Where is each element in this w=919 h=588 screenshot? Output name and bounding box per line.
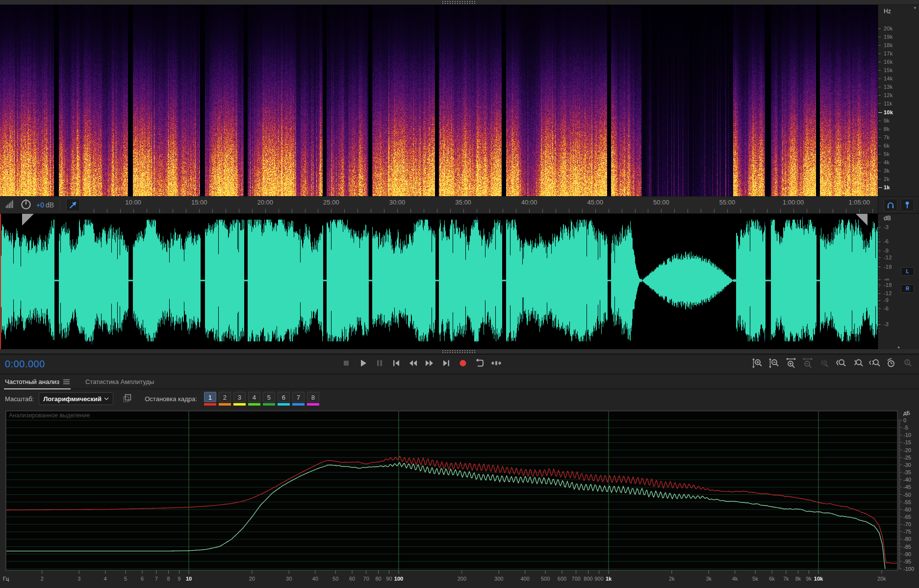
timeline-tick <box>740 209 741 213</box>
hz-tick <box>878 103 881 104</box>
amplitude-ruler[interactable]: dB -3-6-9-12-18-∞-18-12-9-6-3 L R ▴ <box>878 214 919 349</box>
plot-hz-label: 6 <box>141 576 144 582</box>
zoom-to-out-point-button[interactable] <box>851 358 864 371</box>
hold-frame-4-button[interactable]: 4 <box>248 392 260 406</box>
hz-tick-label: 8k <box>884 126 890 132</box>
zoom-to-in-point-button[interactable] <box>834 358 847 371</box>
record-button[interactable] <box>456 358 469 371</box>
clock-icon[interactable] <box>20 198 32 212</box>
zoom-full-icon <box>902 357 914 371</box>
zoom-in-time-button[interactable] <box>784 358 797 371</box>
db-minor-tick <box>878 256 880 256</box>
spectrogram-canvas[interactable] <box>0 5 878 196</box>
timeline-tick <box>622 209 622 213</box>
hold-frame-1-button[interactable]: 1 <box>204 392 216 406</box>
panel-menu-icon[interactable] <box>63 379 70 384</box>
timeline-tick <box>516 209 516 213</box>
hold-frame-3-button[interactable]: 3 <box>233 392 246 406</box>
timeline-tick <box>437 209 437 213</box>
zoom-to-selection-button[interactable] <box>868 358 881 371</box>
hz-tick-label: 14k <box>884 76 893 81</box>
hold-frame-2-button[interactable]: 2 <box>219 392 231 406</box>
hz-tick-label: 12k <box>884 92 893 98</box>
resize-handle-left[interactable] <box>22 214 34 226</box>
timeline-tick <box>780 209 781 213</box>
headphones-icon[interactable] <box>884 199 897 211</box>
timeline-tick <box>357 209 358 213</box>
resize-handle-right[interactable] <box>856 214 868 226</box>
zoom-out-amplitude-button[interactable] <box>767 358 781 371</box>
db-tick <box>878 251 881 251</box>
hold-frame-7-button[interactable]: 7 <box>292 392 305 406</box>
timeline-tick <box>542 209 543 213</box>
copy-settings-icon[interactable] <box>122 393 133 405</box>
channel-right-button[interactable]: R <box>901 284 914 293</box>
timeline-tick <box>199 209 200 213</box>
plot-db-label: -10 <box>903 432 911 438</box>
tab-frequency-analysis[interactable]: Частотный анализ <box>4 375 71 389</box>
db-tick <box>878 241 881 242</box>
panel-resize-grip-middle[interactable] <box>0 349 919 354</box>
hz-tick <box>878 62 881 62</box>
panel-resize-grip-top[interactable] <box>0 0 919 5</box>
tab-label: Частотный анализ <box>5 378 59 385</box>
db-tick-label: -18 <box>884 264 892 270</box>
gain-unit: dB <box>46 201 54 209</box>
hz-tick-label: 16k <box>884 59 893 65</box>
db-tick-label: -18 <box>884 282 892 288</box>
zoom-full-button[interactable] <box>901 358 914 371</box>
zoom-in-amplitude-button[interactable] <box>751 358 764 371</box>
edit-cursor-pin-icon[interactable] <box>66 199 80 211</box>
channel-left-button[interactable]: L <box>901 267 914 276</box>
db-tick <box>878 285 881 285</box>
stop-icon <box>340 357 352 371</box>
plot-hz-label: 4 <box>104 576 107 582</box>
marker-pin-icon[interactable] <box>900 199 914 211</box>
zoom-reset-button[interactable] <box>817 358 831 371</box>
db-minor-tick <box>878 235 880 236</box>
zoom-out-amplitude-icon <box>768 357 780 371</box>
toolbar-divider <box>60 200 60 210</box>
rewind-button[interactable] <box>406 358 419 371</box>
playhead-time-display[interactable]: 0:00.000 <box>5 358 45 370</box>
timed-zoom-button[interactable] <box>884 358 897 371</box>
play-button[interactable] <box>356 358 369 371</box>
db-minor-tick <box>878 297 880 298</box>
zoom-out-time-button[interactable] <box>801 358 814 371</box>
skip-to-end-button[interactable] <box>439 358 453 371</box>
tab-amplitude-statistics[interactable]: Статистика Амплитуды <box>84 375 155 388</box>
db-minor-tick <box>878 246 880 246</box>
hold-frame-8-button[interactable]: 8 <box>307 392 319 406</box>
loop-playback-button[interactable] <box>473 358 486 371</box>
frequency-ruler[interactable]: Hz ▾ 20k19k18k17k16k15k14k13k12k11k10k9k… <box>878 5 919 196</box>
pause-button[interactable] <box>373 358 386 371</box>
zoom-to-out-point-icon <box>852 357 864 371</box>
hold-buttons: 12345678 <box>204 392 319 406</box>
timeline-label: 20:00 <box>257 199 274 206</box>
scale-dropdown[interactable]: Логарифмический <box>39 392 113 405</box>
hold-frame-6-button[interactable]: 6 <box>278 392 290 406</box>
timeline-label: 45:00 <box>587 199 604 206</box>
hold-frame-5-button[interactable]: 5 <box>263 392 275 406</box>
db-minor-tick <box>878 222 880 222</box>
timeline-tick <box>477 209 477 213</box>
ruler-menu-arrow-icon[interactable]: ▾ <box>914 5 916 10</box>
hold-frame-number: 4 <box>248 392 260 402</box>
frequency-plot-svg-host[interactable]: 0-5-10-15-20-25-30-35-40-45-50-55-60-65-… <box>0 408 919 588</box>
fast-forward-button[interactable] <box>423 358 436 371</box>
stop-button[interactable] <box>339 358 353 371</box>
scale-dropdown-value: Логарифмический <box>43 395 102 403</box>
plot-db-unit: дБ <box>903 410 910 416</box>
timeline-ruler[interactable]: 5:0010:0015:0020:0025:0030:0035:0040:004… <box>0 197 878 213</box>
skip-to-start-button[interactable] <box>389 358 403 371</box>
plot-hz-label: 300 <box>494 576 503 582</box>
skip-selection-button[interactable] <box>489 358 503 371</box>
ruler-scroll-arrow-icon[interactable]: ▴ <box>897 344 900 349</box>
timeline-tick <box>463 209 464 213</box>
frequency-plot[interactable]: 0-5-10-15-20-25-30-35-40-45-50-55-60-65-… <box>0 408 919 588</box>
levels-icon[interactable] <box>5 199 16 211</box>
plot-hz-label: 700 <box>572 576 581 582</box>
gain-value[interactable]: +0 <box>36 201 44 209</box>
timeline-label: 35:00 <box>455 199 471 206</box>
waveform-canvas[interactable] <box>0 214 878 349</box>
